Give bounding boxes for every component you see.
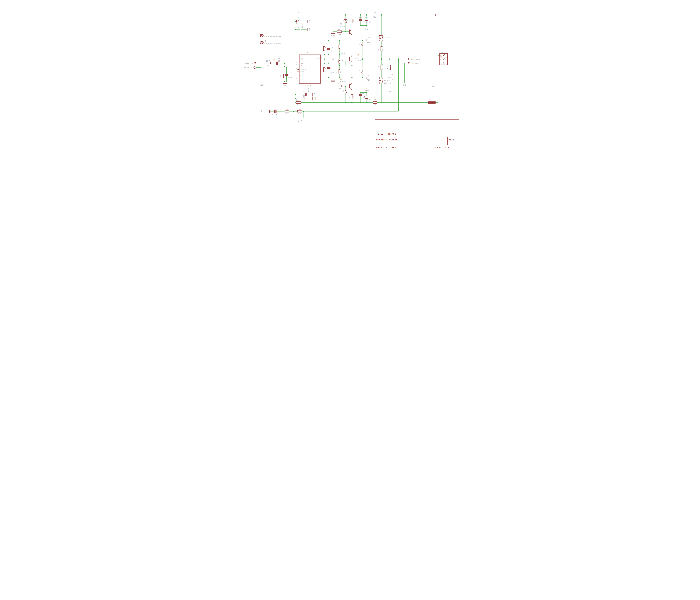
label-1: 1 [443, 54, 443, 55]
label-2: 2 [296, 63, 297, 65]
label-100-nf: 100 nF [360, 97, 365, 98]
pad-signal-in-2 [254, 67, 256, 69]
zener-D3 [303, 97, 306, 100]
schematic-shape [381, 58, 382, 59]
schematic-shape [324, 54, 325, 55]
resistor-R19 [367, 77, 371, 79]
label-1: 1 [443, 61, 443, 63]
label-100-nf: 100 nF [307, 87, 309, 92]
label-gnd: GND [259, 84, 263, 86]
label-1-k: 1 k [334, 58, 336, 60]
schematic-shape [345, 31, 346, 32]
label-null: NULL [300, 71, 304, 72]
label-null_2: NULL_2 [300, 69, 306, 70]
label-gnd: GND [309, 20, 310, 23]
label-4k7: 4k7 [340, 47, 342, 49]
label-gnd: GND [283, 84, 286, 86]
label-r8: R8 [321, 69, 323, 71]
label-r13: R13 [349, 20, 351, 22]
resistor-R6 [266, 62, 271, 64]
label-irfp9240: IRFP9240 [384, 82, 391, 84]
schematic-shape [350, 83, 352, 90]
label-d6: D6 [343, 90, 344, 92]
date-label: Date: not saved! [376, 146, 399, 149]
sheet-border [241, 1, 459, 149]
label-c16: C16 [275, 114, 277, 116]
label-gnd: GND [331, 79, 335, 81]
label-c6: C6 [297, 26, 299, 28]
label-15v: 15V [362, 70, 364, 73]
capacitor-C2 [285, 74, 288, 75]
label-nc: NC [300, 75, 303, 77]
schematic-shape [328, 62, 329, 64]
label-gnd: GND [365, 88, 368, 89]
label-q3: Q3 [384, 34, 386, 35]
label-h4: H4 [264, 40, 266, 42]
label-470-r: 470 R [367, 75, 371, 76]
label-c20: C20 [361, 93, 364, 94]
schematic-shape [284, 66, 285, 67]
label-470-r: 470 R [325, 47, 326, 51]
schematic-shape [360, 15, 361, 16]
jp-pin-1 [444, 55, 445, 56]
schematic-shape [324, 62, 325, 64]
schematic-shape [297, 20, 299, 22]
pad-spk-out-2 [408, 58, 410, 60]
schematic-shape [339, 40, 340, 41]
capacitor-C6 [300, 27, 300, 31]
label-c4: C4 [391, 74, 393, 76]
schematic-shape [362, 77, 363, 78]
schematic-shape [381, 102, 382, 103]
schematic-shape [380, 80, 381, 81]
label-5: 5 [296, 74, 297, 76]
schematic-shape [328, 40, 329, 41]
schematic-shape [351, 77, 352, 78]
mosfet-Q4 [378, 77, 383, 83]
label-470: 470 [340, 71, 342, 73]
label-100-r: 100 R [266, 60, 270, 62]
schematic-shape [327, 69, 330, 69]
label-10-nf: 10 nF [358, 59, 361, 61]
label-r17: R17 [338, 88, 341, 90]
label--vs: -VS [300, 79, 303, 81]
label-mount-pad-round3.0: MOUNT-PAD-ROUND3.0 [264, 43, 282, 44]
label-c2: C2 [289, 72, 291, 73]
capacitor-C4 [388, 76, 391, 76]
pad-signal-in-1 [254, 62, 256, 64]
schematic-shape [339, 54, 340, 55]
label-470: 470 [298, 11, 300, 13]
transistor-Q1 [349, 83, 352, 90]
transistor-Q2 [349, 29, 352, 35]
label-r9: R9 [336, 47, 338, 49]
label-r6: R6 [267, 64, 269, 66]
schematic-shape [295, 94, 296, 95]
label-c7: C7 [303, 90, 305, 93]
net-sig2-gnd [256, 68, 261, 83]
label-c9: C9 [330, 68, 332, 69]
trimmer-R2 [338, 59, 341, 63]
fuse-F2 [428, 102, 435, 104]
schematic-shape [379, 37, 381, 39]
label-1: 1 [443, 57, 443, 59]
mount-pad-H3 [260, 34, 264, 37]
label-bc556: BC556 [340, 26, 345, 27]
label-c5: C5 [357, 54, 359, 56]
schematic-shape [339, 64, 340, 66]
label-c3: C3 [273, 59, 275, 61]
net-c5 [352, 56, 356, 65]
resistor-R12 [296, 102, 301, 104]
label-r14: R14 [338, 33, 341, 35]
schematic-shape [382, 79, 383, 81]
label-r22: R22 [285, 113, 288, 114]
schematic-shape [366, 15, 367, 16]
label-470-r: 470 R [325, 68, 326, 72]
label-gnd: GND [403, 84, 406, 86]
resistor-R16 [373, 14, 377, 16]
schematic-shape [366, 92, 367, 93]
schematic-shape [355, 58, 358, 58]
label-gnd: GND [314, 97, 316, 100]
schematic-shape [382, 37, 383, 40]
label-signal_in-1: SIGNAL_IN-1 [244, 62, 254, 64]
gnd-symbols [259, 20, 436, 113]
label-220uf: 220uF [272, 113, 274, 118]
